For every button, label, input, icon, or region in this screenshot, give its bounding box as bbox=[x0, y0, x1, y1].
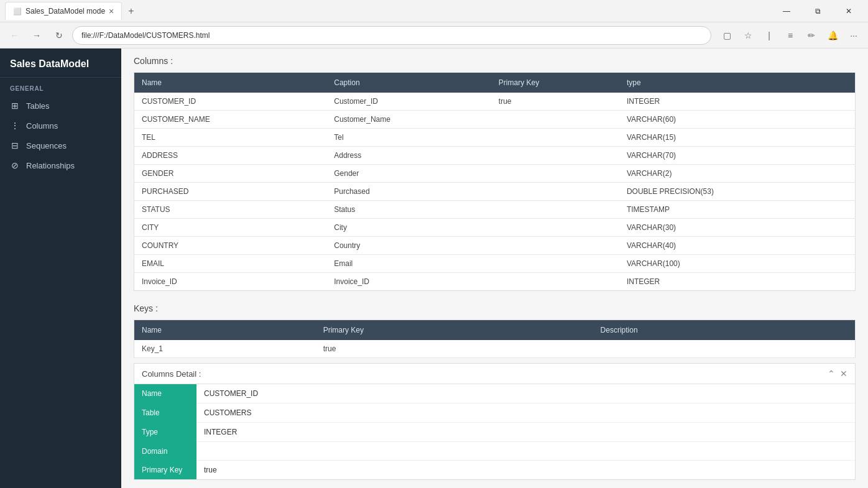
toolbar-icons: ▢ ☆ | ≡ ✏ 🔔 ··· bbox=[718, 26, 863, 45]
detail-value: CUSTOMER_ID bbox=[196, 384, 855, 403]
cell-type: INTEGER bbox=[619, 93, 856, 111]
columns-detail-wrapper: Columns Detail : ⌃ ✕ Name CUSTOMER_ID Ta… bbox=[134, 363, 856, 480]
reading-view-icon[interactable]: ▢ bbox=[718, 26, 736, 45]
sidebar-item-columns[interactable]: ⋮ Columns bbox=[0, 116, 121, 136]
cell-name: Invoice_ID bbox=[134, 273, 327, 291]
more-icon[interactable]: ··· bbox=[844, 26, 863, 45]
detail-table: Name CUSTOMER_ID Table CUSTOMERS Type IN… bbox=[134, 384, 855, 479]
keys-row[interactable]: Key_1 true bbox=[134, 340, 856, 358]
columns-detail-header: Columns Detail : ⌃ ✕ bbox=[134, 364, 855, 384]
table-row[interactable]: ADDRESS Address VARCHAR(70) bbox=[134, 147, 856, 165]
detail-label: Table bbox=[134, 403, 196, 423]
cell-name: GENDER bbox=[134, 165, 327, 183]
cell-caption: Tel bbox=[326, 129, 491, 147]
content-wrapper: Columns : Name Caption Primary Key type bbox=[121, 48, 868, 488]
columns-detail-title: Columns Detail : bbox=[142, 369, 201, 379]
refresh-button[interactable]: ↻ bbox=[50, 26, 68, 45]
favorites-icon[interactable]: ☆ bbox=[739, 26, 757, 45]
cell-type: VARCHAR(40) bbox=[619, 237, 856, 255]
sidebar-item-tables[interactable]: ⊞ Tables bbox=[0, 96, 121, 116]
back-button[interactable]: ← bbox=[5, 26, 24, 45]
col-header-type: type bbox=[619, 73, 856, 93]
close-button[interactable]: ✕ bbox=[834, 0, 863, 22]
cell-caption: Gender bbox=[326, 165, 491, 183]
table-row[interactable]: Invoice_ID Invoice_ID INTEGER bbox=[134, 273, 856, 291]
cell-caption: Customer_Name bbox=[326, 111, 491, 129]
sidebar-columns-label: Columns bbox=[26, 121, 58, 131]
table-row[interactable]: CUSTOMER_NAME Customer_Name VARCHAR(60) bbox=[134, 111, 856, 129]
window-controls: — ⧉ ✕ bbox=[772, 0, 863, 22]
cell-pk bbox=[491, 237, 619, 255]
cell-caption: Country bbox=[326, 237, 491, 255]
detail-value bbox=[196, 442, 855, 461]
columns-detail-close-icon[interactable]: ✕ bbox=[840, 369, 847, 379]
sidebar-title: Sales DataModel bbox=[0, 48, 121, 78]
cell-pk bbox=[491, 201, 619, 219]
relationships-icon: ⊘ bbox=[10, 160, 20, 170]
cell-pk bbox=[491, 273, 619, 291]
cell-type: VARCHAR(15) bbox=[619, 129, 856, 147]
sidebar-general-label: GENERAL bbox=[0, 78, 121, 96]
cell-name: PURCHASED bbox=[134, 183, 327, 201]
tab-close-button[interactable]: × bbox=[109, 6, 114, 16]
sidebar-relationships-label: Relationships bbox=[26, 161, 75, 170]
cell-caption: Customer_ID bbox=[326, 93, 491, 111]
key-header-pk: Primary Key bbox=[316, 320, 593, 341]
content: Columns : Name Caption Primary Key type bbox=[121, 48, 868, 488]
detail-row: Table CUSTOMERS bbox=[134, 403, 855, 423]
notes-icon[interactable]: ✏ bbox=[802, 26, 821, 45]
key-cell-desc bbox=[593, 340, 856, 358]
cell-type: VARCHAR(70) bbox=[619, 147, 856, 165]
cell-name: CUSTOMER_NAME bbox=[134, 111, 327, 129]
detail-label: Primary Key bbox=[134, 461, 196, 480]
hub-icon[interactable]: ≡ bbox=[781, 26, 800, 45]
table-row[interactable]: GENDER Gender VARCHAR(2) bbox=[134, 165, 856, 183]
cell-name: STATUS bbox=[134, 201, 327, 219]
cell-type: INTEGER bbox=[619, 273, 856, 291]
cell-pk bbox=[491, 183, 619, 201]
browser-tab[interactable]: ⬜ Sales_DataModel mode × bbox=[5, 2, 122, 20]
detail-row: Name CUSTOMER_ID bbox=[134, 384, 855, 403]
table-row[interactable]: CUSTOMER_ID Customer_ID true INTEGER bbox=[134, 93, 856, 111]
cell-pk bbox=[491, 165, 619, 183]
notifications-icon[interactable]: 🔔 bbox=[823, 26, 842, 45]
sidebar: Sales DataModel GENERAL ⊞ Tables ⋮ Colum… bbox=[0, 48, 121, 488]
new-tab-button[interactable]: + bbox=[122, 2, 140, 21]
table-row[interactable]: CITY City VARCHAR(30) bbox=[134, 219, 856, 237]
address-bar[interactable]: file:///F:/DataModel/CUSTOMERS.html bbox=[72, 26, 711, 45]
col-header-name: Name bbox=[134, 73, 327, 93]
address-bar-row: ← → ↻ file:///F:/DataModel/CUSTOMERS.htm… bbox=[0, 22, 868, 48]
key-cell-pk: true bbox=[316, 340, 593, 358]
table-row[interactable]: PURCHASED Purchased DOUBLE PRECISION(53) bbox=[134, 183, 856, 201]
forward-button[interactable]: → bbox=[27, 26, 46, 45]
table-row[interactable]: EMAIL Email VARCHAR(100) bbox=[134, 255, 856, 273]
table-row[interactable]: STATUS Status TIMESTAMP bbox=[134, 201, 856, 219]
detail-row: Domain bbox=[134, 442, 855, 461]
columns-detail-collapse-icon[interactable]: ⌃ bbox=[828, 369, 835, 379]
cell-pk bbox=[491, 129, 619, 147]
cell-name: COUNTRY bbox=[134, 237, 327, 255]
cell-type: DOUBLE PRECISION(53) bbox=[619, 183, 856, 201]
divider-icon: | bbox=[760, 26, 778, 45]
cell-caption: Purchased bbox=[326, 183, 491, 201]
sidebar-item-relationships[interactable]: ⊘ Relationships bbox=[0, 155, 121, 175]
columns-icon: ⋮ bbox=[10, 121, 20, 131]
cell-type: VARCHAR(60) bbox=[619, 111, 856, 129]
table-row[interactable]: TEL Tel VARCHAR(15) bbox=[134, 129, 856, 147]
sidebar-tables-label: Tables bbox=[26, 101, 50, 111]
restore-button[interactable]: ⧉ bbox=[803, 0, 832, 22]
detail-value: CUSTOMERS bbox=[196, 403, 855, 423]
sidebar-sequences-label: Sequences bbox=[26, 141, 67, 150]
cell-pk bbox=[491, 147, 619, 165]
cell-pk: true bbox=[491, 93, 619, 111]
columns-detail-controls: ⌃ ✕ bbox=[828, 369, 847, 379]
cell-name: EMAIL bbox=[134, 255, 327, 273]
minimize-button[interactable]: — bbox=[772, 0, 801, 22]
cell-caption: City bbox=[326, 219, 491, 237]
col-header-pk: Primary Key bbox=[491, 73, 619, 93]
detail-label: Name bbox=[134, 384, 196, 403]
keys-section-title: Keys : bbox=[134, 303, 856, 313]
sidebar-item-sequences[interactable]: ⊟ Sequences bbox=[0, 136, 121, 155]
table-row[interactable]: COUNTRY Country VARCHAR(40) bbox=[134, 237, 856, 255]
key-cell-name: Key_1 bbox=[134, 340, 316, 358]
